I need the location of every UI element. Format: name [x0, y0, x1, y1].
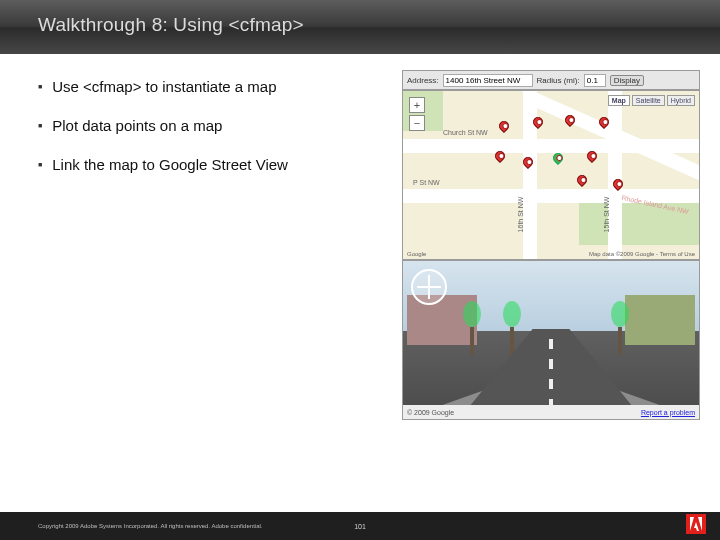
map-canvas[interactable]: Church St NW P St NW 16th St NW 15th St … [402, 90, 700, 260]
tree-icon [611, 301, 629, 351]
address-bar: Address: Radius (mi): Display [402, 70, 700, 90]
bullet-list: Use <cfmap> to instantiate a map Plot da… [38, 78, 380, 195]
map-type-map[interactable]: Map [608, 95, 630, 106]
slide-footer: Copyright 2009 Adobe Systems Incorporate… [0, 512, 720, 540]
map-type-hybrid[interactable]: Hybrid [667, 95, 695, 106]
road [523, 91, 537, 259]
road-label: 15th St NW [603, 197, 610, 233]
road-label: P St NW [413, 179, 440, 186]
streetview-credit: © 2009 Google [407, 409, 454, 416]
road [608, 91, 622, 259]
bullet-text: Use <cfmap> to instantiate a map [52, 78, 276, 95]
slide-title: Walkthrough 8: Using <cfmap> [38, 14, 304, 36]
bullet-item: Use <cfmap> to instantiate a map [38, 78, 380, 95]
zoom-out-button[interactable]: − [409, 115, 425, 131]
map-type-switch: Map Satellite Hybrid [608, 95, 695, 106]
map-brand: Google [407, 251, 426, 257]
address-input[interactable] [443, 74, 533, 87]
road-label: Church St NW [443, 129, 488, 136]
bullet-text: Plot data points on a map [52, 117, 222, 134]
streetview-compass-icon[interactable] [411, 269, 447, 305]
map-pin-icon[interactable] [551, 151, 565, 165]
road-label: 16th St NW [517, 197, 524, 233]
building [625, 295, 695, 345]
bullet-item: Plot data points on a map [38, 117, 380, 134]
zoom-in-button[interactable]: + [409, 97, 425, 113]
map-pin-icon[interactable] [497, 119, 511, 133]
map-credits: Map data ©2009 Google - Terms of Use [589, 251, 695, 257]
address-label: Address: [407, 76, 439, 85]
radius-input[interactable] [584, 74, 606, 87]
streetview-footer: © 2009 Google Report a problem [403, 405, 699, 419]
streetview-canvas[interactable]: © 2009 Google Report a problem [402, 260, 700, 420]
radius-label: Radius (mi): [537, 76, 580, 85]
map-pin-icon[interactable] [575, 173, 589, 187]
bullet-text: Link the map to Google Street View [52, 156, 288, 173]
map-zoom-controls: + − [409, 97, 429, 133]
map-type-satellite[interactable]: Satellite [632, 95, 665, 106]
copyright-text: Copyright 2009 Adobe Systems Incorporate… [38, 523, 262, 529]
adobe-logo-icon [686, 514, 706, 534]
display-button[interactable]: Display [610, 75, 644, 86]
report-problem-link[interactable]: Report a problem [641, 409, 695, 416]
bullet-item: Link the map to Google Street View [38, 156, 380, 173]
map-figure: Address: Radius (mi): Display Church St … [402, 70, 700, 420]
tree-icon [463, 301, 481, 351]
tree-icon [503, 301, 521, 351]
page-number: 101 [354, 523, 366, 530]
